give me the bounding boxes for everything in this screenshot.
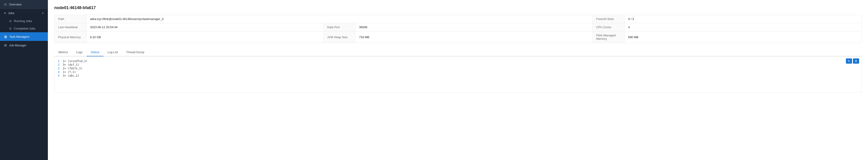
- refresh-button[interactable]: ↻: [846, 58, 852, 64]
- cpu-cores-label: CPU Cores: [592, 23, 624, 31]
- info-row-memory: Physical Memory 6.32 GB JVM Heap Size 73…: [55, 31, 862, 43]
- tab-logs[interactable]: Logs: [72, 48, 87, 56]
- flink-memory-value: 690 MB: [624, 31, 861, 43]
- line-content-3: 2> (fdsfs,1): [63, 67, 83, 70]
- code-line-5: 5 3> (abc,1): [55, 74, 861, 78]
- completed-jobs-icon: ⊙: [9, 27, 11, 30]
- sidebar-jobs-header-left: ≡ Jobs: [4, 11, 14, 15]
- code-toolbar: ↻ ⬇: [846, 58, 859, 64]
- line-number-5: 5: [55, 74, 63, 77]
- code-lines: 1 1> (scvsdfsd,1) 2 3> (dsf,1) 3 2> (fds…: [55, 56, 861, 80]
- task-managers-icon: ▦: [4, 35, 7, 38]
- sidebar-task-managers-label: Task Managers: [9, 35, 29, 38]
- sidebar-job-manager-label: Job Manager: [9, 44, 26, 47]
- jvm-heap-label: JVM Heap Size: [323, 31, 355, 43]
- physical-memory-label: Physical Memory: [55, 31, 86, 43]
- sidebar-item-job-manager[interactable]: ⊞ Job Manager: [0, 41, 48, 49]
- stdout-code-area: ↻ ⬇ 1 1> (scvsdfsd,1) 2 3> (dsf,1) 3 2> …: [54, 56, 862, 93]
- physical-memory-value: 6.32 GB: [86, 31, 323, 43]
- cpu-cores-value: 4: [624, 23, 861, 31]
- line-content-4: 1> (f,1): [63, 71, 76, 74]
- info-row-path: Path akka.tcp://flink@node01:46148/user/…: [55, 15, 862, 23]
- sidebar-item-task-managers[interactable]: ▦ Task Managers: [0, 32, 48, 41]
- completed-jobs-label: Completed Jobs: [14, 27, 35, 30]
- line-content-1: 1> (scvsdfsd,1): [63, 59, 87, 63]
- line-number-4: 4: [55, 71, 63, 74]
- jvm-heap-value: 734 MB: [355, 31, 592, 43]
- running-jobs-icon: ⊙: [9, 19, 11, 23]
- line-number-1: 1: [55, 59, 63, 63]
- page-title: node01:46148-bfa617: [54, 5, 862, 10]
- sidebar-jobs-label: Jobs: [8, 11, 14, 15]
- content-area: node01:46148-bfa617 Path akka.tcp://flin…: [48, 0, 868, 160]
- tab-thread-dump[interactable]: Thread Dump: [122, 48, 148, 56]
- data-port-label: Data Port: [323, 23, 355, 31]
- data-port-value: 36006: [355, 23, 592, 31]
- sidebar: ⊙ Overview ≡ Jobs ∧ ⊙ Running Jobs ⊙ Com…: [0, 0, 48, 160]
- tab-stdout[interactable]: Stdout: [87, 48, 103, 56]
- line-number-2: 2: [55, 63, 63, 66]
- page-container: node01:46148-bfa617 Path akka.tcp://flin…: [48, 0, 868, 160]
- main-area: node01:46148-bfa617 Path akka.tcp://flin…: [48, 0, 868, 160]
- info-row-heartbeat: Last Heartbeat 2023-06-12 20:54:44 Data …: [55, 23, 862, 31]
- download-button[interactable]: ⬇: [853, 58, 859, 64]
- tab-log-list[interactable]: Log List: [103, 48, 122, 56]
- chevron-up-icon: ∧: [42, 11, 44, 14]
- sidebar-jobs-section: ≡ Jobs ∧ ⊙ Running Jobs ⊙ Completed Jobs: [0, 9, 48, 32]
- flink-memory-label: Flink Managed Memory: [592, 31, 624, 43]
- sidebar-jobs-header[interactable]: ≡ Jobs ∧: [0, 9, 48, 17]
- info-table: Path akka.tcp://flink@node01:46148/user/…: [54, 15, 862, 43]
- heartbeat-value: 2023-06-12 20:54:44: [86, 23, 323, 31]
- path-value: akka.tcp://flink@node01:46148/user/rpc/t…: [86, 15, 593, 23]
- tab-metrics[interactable]: Metrics: [54, 48, 72, 56]
- job-manager-icon: ⊞: [4, 43, 7, 47]
- line-number-3: 3: [55, 67, 63, 70]
- sidebar-item-completed-jobs[interactable]: ⊙ Completed Jobs: [0, 25, 48, 32]
- code-line-1: 1 1> (scvsdfsd,1): [55, 59, 861, 63]
- path-label: Path: [55, 15, 86, 23]
- jobs-icon: ≡: [4, 11, 6, 15]
- heartbeat-label: Last Heartbeat: [55, 23, 86, 31]
- line-content-2: 3> (dsf,1): [63, 63, 79, 66]
- overview-icon: ⊙: [4, 2, 7, 6]
- sidebar-item-running-jobs[interactable]: ⊙ Running Jobs: [0, 17, 48, 25]
- code-line-3: 3 2> (fdsfs,1): [55, 67, 861, 70]
- running-jobs-label: Running Jobs: [14, 19, 32, 23]
- free-slots-label: Free/All Slots: [592, 15, 624, 23]
- sidebar-item-overview[interactable]: ⊙ Overview: [0, 0, 48, 9]
- sidebar-item-label: Overview: [9, 3, 22, 6]
- tabs-bar: Metrics Logs Stdout Log List Thread Dump: [54, 48, 862, 56]
- free-slots-value: 0 / 3: [624, 15, 861, 23]
- code-line-2: 2 3> (dsf,1): [55, 63, 861, 67]
- line-content-5: 3> (abc,1): [63, 74, 79, 77]
- code-line-4: 4 1> (f,1): [55, 70, 861, 74]
